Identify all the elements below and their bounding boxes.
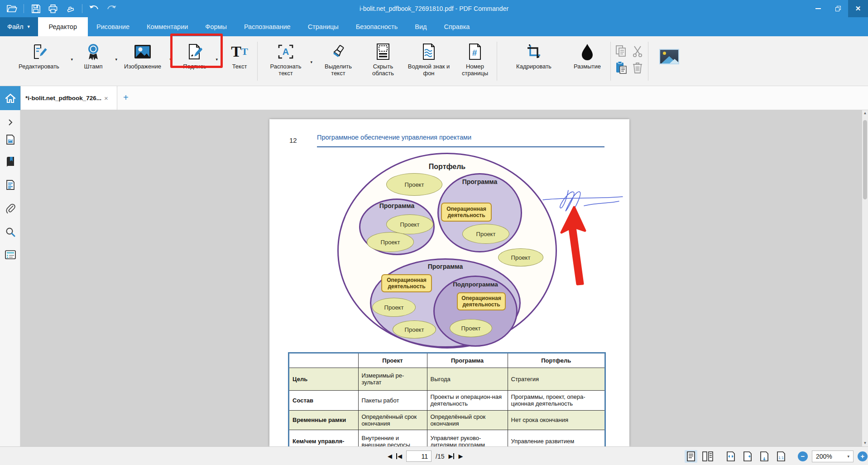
expand-panel-button[interactable]: [0, 115, 20, 130]
table-row: Состав Пакеты работ Проекты и операцион-…: [289, 390, 605, 410]
scrollbar-thumb[interactable]: [863, 120, 867, 199]
crop-icon: [526, 42, 542, 62]
print-icon[interactable]: [48, 3, 58, 14]
page-heading: Программное обеспечение управления проек…: [317, 134, 471, 141]
delete-button[interactable]: [630, 60, 645, 75]
restore-button[interactable]: [828, 0, 848, 17]
operations-box: Операционная деятельность: [457, 292, 506, 310]
program-label: Программа: [370, 263, 521, 270]
caret-down-icon[interactable]: ▾: [310, 60, 312, 64]
redo-icon[interactable]: [106, 3, 117, 14]
image-icon: [134, 42, 152, 62]
document-tab[interactable]: *i-bolit.net_pdfbook_726... ×: [20, 86, 117, 110]
image-button[interactable]: Изображение ▾: [119, 36, 167, 70]
sidebar-search-button[interactable]: [0, 224, 20, 240]
document-canvas[interactable]: 12 Программное обеспечение управления пр…: [20, 110, 862, 446]
caret-down-icon[interactable]: ▾: [216, 57, 218, 62]
home-button[interactable]: [0, 86, 20, 110]
toolbar-separator: [257, 42, 258, 81]
heading-rule: [317, 146, 604, 147]
caret-down-icon[interactable]: ▾: [115, 57, 117, 62]
sidebar-attachments-button[interactable]: [0, 201, 20, 216]
titlebar-separator: [82, 4, 82, 13]
watermark-button[interactable]: Водяной знак и фон: [406, 36, 451, 77]
menu-tab-comments[interactable]: Комментарии: [138, 17, 197, 36]
sidebar-thumbnails-button[interactable]: [0, 132, 20, 147]
subprogram-label: Подпрограмма: [433, 281, 518, 288]
selected-image-thumbnail[interactable]: [659, 49, 679, 64]
menu-tab-security[interactable]: Безопасность: [347, 17, 407, 36]
minimize-button[interactable]: [808, 0, 828, 17]
titlebar-separator: [24, 4, 24, 13]
sidebar-annotations-button[interactable]: [0, 247, 20, 262]
menu-tab-editor[interactable]: Редактор: [38, 17, 88, 36]
caret-down-icon: ▾: [847, 454, 849, 459]
ocr-button[interactable]: A Распознать текст ▾: [264, 36, 307, 77]
paste-button[interactable]: [614, 60, 629, 75]
stamp-button[interactable]: Штамп ▾: [74, 36, 112, 70]
highlight-text-button[interactable]: Выделить текст: [317, 36, 359, 77]
sidebar-outline-button[interactable]: [0, 177, 20, 193]
document-tab-title: *i-bolit.net_pdfbook_726...: [25, 95, 101, 102]
caret-down-icon[interactable]: ▾: [169, 57, 172, 62]
copy-button[interactable]: [614, 44, 629, 59]
sidebar-bookmarks-button[interactable]: [0, 155, 20, 170]
left-sidebar: [0, 110, 20, 446]
next-page-button[interactable]: ▶: [458, 453, 463, 460]
zoom-out-button[interactable]: −: [798, 451, 808, 461]
edit-button[interactable]: Редактировать ▾: [10, 36, 68, 70]
menu-tab-help[interactable]: Справка: [435, 17, 478, 36]
close-tab-icon[interactable]: ×: [104, 94, 108, 102]
single-page-view-button[interactable]: [685, 450, 697, 463]
save-icon[interactable]: [30, 3, 41, 14]
page-number-button[interactable]: # Номер страницы: [456, 36, 494, 77]
signature-pen-icon: [187, 42, 203, 62]
view-zoom-controls: 1:1 − 200% ▾ +: [685, 447, 868, 465]
pdf-page[interactable]: 12 Программное обеспечение управления пр…: [269, 119, 629, 446]
open-folder-icon[interactable]: [6, 3, 17, 14]
fit-height-button[interactable]: [758, 450, 771, 463]
cut-button[interactable]: [630, 44, 645, 59]
menu-tab-view[interactable]: Вид: [406, 17, 435, 36]
stamp-tool-icon[interactable]: [65, 3, 76, 14]
menu-tab-recognition[interactable]: Распознавание: [235, 17, 299, 36]
fit-width-button[interactable]: [741, 450, 754, 463]
menu-tab-drawing[interactable]: Рисование: [88, 17, 138, 36]
vertical-scrollbar[interactable]: ▲ ▼: [862, 110, 868, 446]
pdf-commander-window: i-bolit.net_pdfbook_72691810.pdf - PDF C…: [0, 0, 868, 465]
menu-file[interactable]: Файл ▼: [0, 17, 38, 36]
new-tab-button[interactable]: +: [123, 92, 129, 103]
caret-down-icon: ▼: [27, 24, 31, 29]
last-page-button[interactable]: ▶: [448, 453, 454, 460]
menu-tab-forms[interactable]: Формы: [197, 17, 235, 36]
first-page-button[interactable]: ◀: [396, 453, 402, 460]
text-icon: TT: [231, 42, 248, 62]
zoom-in-button[interactable]: +: [858, 451, 868, 461]
home-icon: [5, 93, 16, 104]
previous-page-button[interactable]: ◀: [388, 453, 392, 460]
text-button[interactable]: TT Текст: [225, 36, 254, 70]
undo-icon[interactable]: [89, 3, 100, 14]
table-row: Кем/чем управля- Внутренние и внешние ре…: [289, 430, 605, 446]
hide-area-button[interactable]: Скрыть область: [365, 36, 401, 77]
red-arrow-annotation[interactable]: [557, 204, 600, 291]
page-number-input[interactable]: [406, 450, 432, 462]
signature-button[interactable]: Подпись ▾: [177, 36, 213, 70]
close-window-button[interactable]: ✕: [848, 0, 868, 17]
actual-size-button[interactable]: 1:1: [775, 450, 787, 463]
scroll-up-icon[interactable]: ▲: [862, 110, 868, 116]
scroll-down-icon[interactable]: ▼: [862, 440, 868, 446]
zoom-level-value: 200%: [816, 453, 832, 460]
caret-down-icon[interactable]: ▾: [71, 57, 73, 62]
fit-page-button[interactable]: [724, 450, 737, 463]
blur-button[interactable]: Размытие: [567, 36, 608, 70]
menu-tab-pages[interactable]: Страницы: [299, 17, 347, 36]
table-header-cell: [289, 353, 358, 368]
project-ellipse: Проект: [450, 319, 492, 337]
zoom-level-select[interactable]: 200% ▾: [812, 450, 854, 462]
crop-button[interactable]: Кадрировать: [509, 36, 559, 70]
two-page-view-button[interactable]: [701, 450, 714, 463]
operations-box: Операционная деятельность: [381, 274, 432, 292]
sun-shape: [663, 52, 666, 55]
title-bar: i-bolit.net_pdfbook_72691810.pdf - PDF C…: [0, 0, 868, 17]
